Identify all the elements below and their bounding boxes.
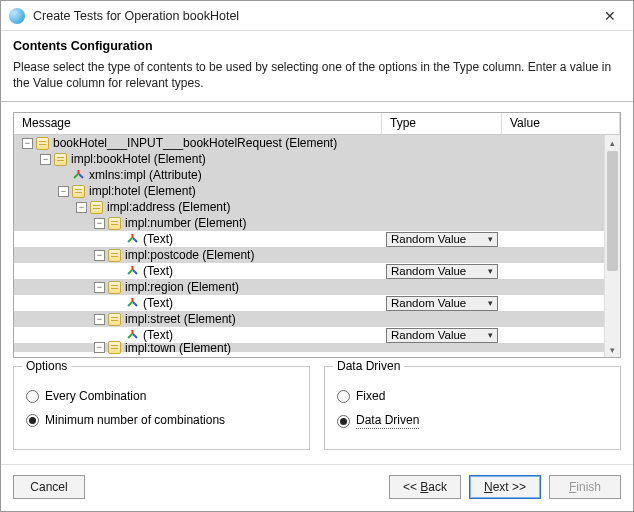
collapse-icon[interactable]: −	[94, 282, 105, 293]
node-label: (Text)	[143, 264, 173, 278]
tree-row[interactable]: −impl:hotel (Element)	[14, 183, 604, 199]
node-label: impl:street (Element)	[125, 312, 236, 326]
tree-row[interactable]: −impl:address (Element)	[14, 199, 604, 215]
element-icon	[108, 341, 121, 354]
tree-row[interactable]: −impl:street (Element)	[14, 311, 604, 327]
expander-spacer	[112, 234, 123, 245]
chevron-down-icon: ▾	[484, 298, 497, 308]
svg-line-10	[128, 302, 132, 306]
tree-row[interactable]: −bookHotel___INPUT___bookHotelRequest (E…	[14, 135, 604, 151]
message-cell: −impl:town (Element)	[14, 341, 382, 355]
dropdown-value: Random Value	[391, 265, 466, 277]
node-label: impl:bookHotel (Element)	[71, 152, 206, 166]
column-header-message[interactable]: Message	[14, 113, 382, 134]
wizard-footer: Cancel << Back Next >> Finish	[1, 464, 633, 511]
scroll-down-icon[interactable]: ▾	[605, 342, 620, 357]
type-dropdown[interactable]: Random Value▾	[386, 296, 498, 311]
tree-row[interactable]: xmlns:impl (Attribute)	[14, 167, 604, 183]
node-label: xmlns:impl (Attribute)	[89, 168, 202, 182]
chevron-down-icon: ▾	[484, 266, 497, 276]
collapse-icon[interactable]: −	[40, 154, 51, 165]
column-header-value[interactable]: Value	[502, 113, 620, 134]
tree-row[interactable]: −impl:postcode (Element)	[14, 247, 604, 263]
cancel-button[interactable]: Cancel	[13, 475, 85, 499]
collapse-icon[interactable]: −	[58, 186, 69, 197]
radio-fixed[interactable]: Fixed	[337, 389, 608, 403]
data-driven-legend: Data Driven	[333, 359, 404, 373]
radio-minimum-combinations[interactable]: Minimum number of combinations	[26, 413, 297, 427]
message-cell: −impl:postcode (Element)	[14, 248, 382, 262]
message-cell: −impl:hotel (Element)	[14, 184, 382, 198]
tree-row[interactable]: (Text)Random Value▾	[14, 231, 604, 247]
radio-every-combination[interactable]: Every Combination	[26, 389, 297, 403]
collapse-icon[interactable]: −	[22, 138, 33, 149]
svg-line-7	[128, 270, 132, 274]
message-cell: −impl:number (Element)	[14, 216, 382, 230]
button-label: << Back	[403, 480, 447, 494]
text-icon	[126, 297, 139, 310]
element-icon	[108, 217, 121, 230]
svg-line-4	[128, 238, 132, 242]
text-icon	[126, 233, 139, 246]
type-cell: Random Value▾	[382, 296, 502, 311]
message-cell: −bookHotel___INPUT___bookHotelRequest (E…	[14, 136, 382, 150]
collapse-icon[interactable]: −	[94, 314, 105, 325]
radio-data-driven[interactable]: Data Driven	[337, 413, 608, 429]
message-cell: −impl:street (Element)	[14, 312, 382, 326]
svg-line-1	[74, 174, 78, 178]
message-cell: (Text)	[14, 232, 382, 246]
button-label: Next >>	[484, 480, 526, 494]
collapse-icon[interactable]: −	[94, 342, 105, 353]
column-header-type[interactable]: Type	[382, 113, 502, 134]
tree-row[interactable]: (Text)Random Value▾	[14, 295, 604, 311]
tree-row[interactable]: (Text)Random Value▾	[14, 263, 604, 279]
wizard-header: Contents Configuration Please select the…	[1, 31, 633, 102]
vertical-scrollbar[interactable]: ▴ ▾	[604, 135, 620, 357]
tree-row[interactable]: −impl:bookHotel (Element)	[14, 151, 604, 167]
svg-line-5	[133, 238, 137, 242]
tree-row[interactable]: −impl:region (Element)	[14, 279, 604, 295]
scroll-thumb[interactable]	[607, 151, 618, 271]
button-label: Cancel	[30, 480, 67, 494]
tree-body: −bookHotel___INPUT___bookHotelRequest (E…	[14, 135, 604, 357]
options-legend: Options	[22, 359, 71, 373]
radio-icon	[337, 390, 350, 403]
message-cell: (Text)	[14, 296, 382, 310]
dropdown-value: Random Value	[391, 297, 466, 309]
radio-label: Data Driven	[356, 413, 419, 429]
collapse-icon[interactable]: −	[94, 218, 105, 229]
type-dropdown[interactable]: Random Value▾	[386, 264, 498, 279]
node-label: impl:address (Element)	[107, 200, 230, 214]
tree-row[interactable]: −impl:number (Element)	[14, 215, 604, 231]
collapse-icon[interactable]: −	[76, 202, 87, 213]
svg-line-14	[133, 334, 137, 338]
node-label: impl:number (Element)	[125, 216, 246, 230]
type-dropdown[interactable]: Random Value▾	[386, 328, 498, 343]
expander-spacer	[112, 330, 123, 341]
back-button[interactable]: << Back	[389, 475, 461, 499]
scroll-up-icon[interactable]: ▴	[605, 135, 620, 150]
element-icon	[72, 185, 85, 198]
option-panels: Options Every Combination Minimum number…	[1, 364, 633, 454]
expander-spacer	[112, 298, 123, 309]
type-dropdown[interactable]: Random Value▾	[386, 232, 498, 247]
element-icon	[36, 137, 49, 150]
node-label: impl:region (Element)	[125, 280, 239, 294]
message-cell: −impl:address (Element)	[14, 200, 382, 214]
options-group: Options Every Combination Minimum number…	[13, 366, 310, 450]
collapse-icon[interactable]: −	[94, 250, 105, 261]
node-label: bookHotel___INPUT___bookHotelRequest (El…	[53, 136, 337, 150]
close-button[interactable]: ✕	[593, 4, 627, 28]
element-icon	[108, 313, 121, 326]
button-label: Finish	[569, 480, 601, 494]
radio-label: Every Combination	[45, 389, 146, 403]
svg-line-2	[79, 174, 83, 178]
next-button[interactable]: Next >>	[469, 475, 541, 499]
expander-spacer	[112, 266, 123, 277]
page-description: Please select the type of contents to be…	[13, 59, 621, 91]
tree-row[interactable]: −impl:town (Element)	[14, 343, 604, 352]
radio-icon	[26, 414, 39, 427]
message-cell: xmlns:impl (Attribute)	[14, 168, 382, 182]
dropdown-value: Random Value	[391, 329, 466, 341]
finish-button: Finish	[549, 475, 621, 499]
